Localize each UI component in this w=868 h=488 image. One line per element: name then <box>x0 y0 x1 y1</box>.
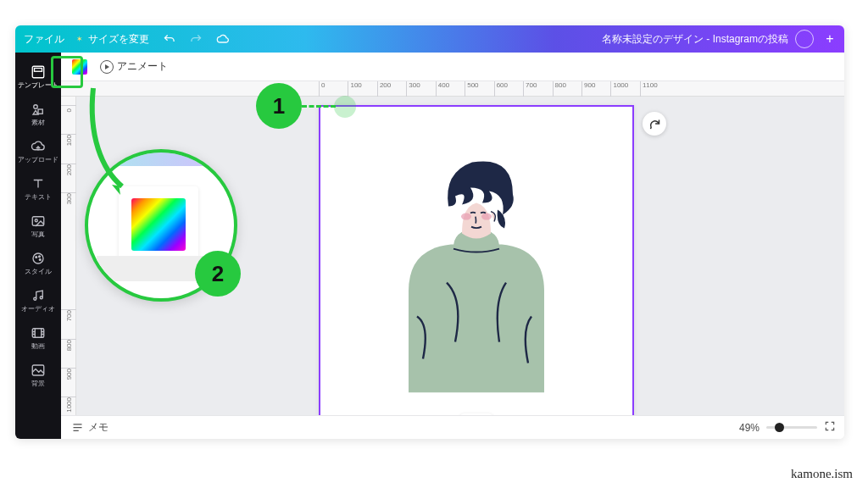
zoom-knob[interactable] <box>775 423 784 432</box>
svg-rect-3 <box>38 109 42 114</box>
nav-item-background[interactable]: 背景 <box>15 356 61 393</box>
footer-bar: メモ 49% <box>61 415 844 439</box>
svg-point-6 <box>33 253 43 263</box>
svg-rect-12 <box>32 328 44 337</box>
svg-point-8 <box>39 255 41 257</box>
animate-button[interactable]: アニメート <box>100 59 168 74</box>
nav-label: 動画 <box>31 343 45 351</box>
illustration <box>370 122 582 393</box>
redo-icon[interactable] <box>188 31 203 47</box>
annotation-step-1: 1 <box>256 83 302 129</box>
notes-button[interactable]: メモ <box>88 420 108 435</box>
annotation-step-2: 2 <box>195 251 241 297</box>
annotation-target-dot <box>334 96 356 118</box>
nav-item-video[interactable]: 動画 <box>15 319 61 356</box>
nav-label: アップロード <box>18 157 58 164</box>
svg-point-15 <box>481 214 492 220</box>
nav-label: 素材 <box>31 119 45 127</box>
nav-item-templates[interactable]: テンプレート <box>15 58 61 95</box>
nav-item-styles[interactable]: スタイル <box>15 244 61 281</box>
add-collaborator-button[interactable]: + <box>821 30 839 48</box>
annotation-arrow <box>85 85 170 203</box>
resize-menu[interactable]: サイズを変更 <box>76 32 149 47</box>
undo-icon[interactable] <box>161 31 176 47</box>
svg-point-2 <box>34 104 38 108</box>
svg-rect-1 <box>35 68 42 71</box>
nav-label: スタイル <box>25 269 52 276</box>
ruler-horizontal: 010020030040050060070080090010001100 <box>61 81 844 97</box>
svg-point-9 <box>39 258 41 260</box>
animate-label: アニメート <box>117 59 168 74</box>
text-icon <box>30 175 47 192</box>
zoom-slider[interactable] <box>766 426 817 429</box>
elements-icon <box>30 101 47 118</box>
background-color-button[interactable] <box>68 55 92 79</box>
template-icon <box>30 64 47 80</box>
nav-item-audio[interactable]: オーディオ <box>15 281 61 319</box>
notes-icon <box>70 420 85 435</box>
zoom-value[interactable]: 49% <box>739 422 760 434</box>
titlebar: ファイル サイズを変更 名称未設定のデザイン - Instagramの投稿 + <box>15 25 844 53</box>
fullscreen-icon[interactable] <box>824 420 836 435</box>
svg-point-7 <box>36 256 37 258</box>
photo-icon <box>30 213 47 230</box>
reset-view-button[interactable] <box>643 112 666 136</box>
nav-label: 写真 <box>31 231 45 239</box>
rainbow-icon <box>131 198 186 251</box>
nav-label: オーディオ <box>21 306 55 313</box>
svg-point-5 <box>35 219 37 221</box>
nav-label: テキスト <box>25 194 52 202</box>
document-title[interactable]: 名称未設定のデザイン - Instagramの投稿 <box>602 32 788 47</box>
play-circle-icon <box>100 60 114 74</box>
side-nav: テンプレート 素材 アップロード テキスト 写真 <box>15 53 61 439</box>
avatar[interactable] <box>795 30 814 48</box>
video-icon <box>30 324 47 341</box>
nav-item-elements[interactable]: 素材 <box>15 95 61 132</box>
page-handle[interactable]: ⌃ <box>459 413 493 415</box>
audio-icon <box>30 287 47 304</box>
svg-point-10 <box>34 297 36 300</box>
rainbow-icon <box>72 59 87 75</box>
nav-item-photos[interactable]: 写真 <box>15 207 61 244</box>
svg-point-14 <box>461 214 471 220</box>
ruler-vertical: 01002003007008009001000 <box>61 97 76 415</box>
bg-icon <box>30 362 47 379</box>
nav-label: 背景 <box>31 380 45 388</box>
cloud-sync-icon[interactable] <box>215 31 231 47</box>
artboard[interactable]: ⌃ <box>319 105 634 415</box>
style-icon <box>30 250 47 267</box>
svg-point-11 <box>40 296 42 298</box>
upload-icon <box>30 138 47 155</box>
nav-item-uploads[interactable]: アップロード <box>15 132 61 169</box>
signature: kamone.ism <box>791 467 853 481</box>
nav-item-text[interactable]: テキスト <box>15 169 61 207</box>
nav-label: テンプレート <box>18 82 58 90</box>
annotation-dash <box>302 105 336 108</box>
context-toolbar: アニメート <box>61 53 844 81</box>
refresh-icon <box>648 118 661 130</box>
file-menu[interactable]: ファイル <box>24 32 64 47</box>
